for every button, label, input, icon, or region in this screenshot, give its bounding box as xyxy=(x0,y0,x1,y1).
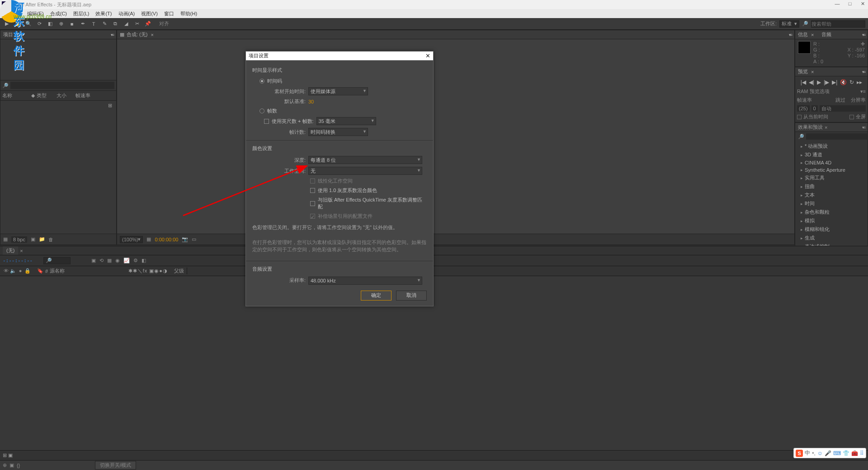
text-tool-icon[interactable]: T xyxy=(90,20,98,28)
prev-frame-icon[interactable]: ◀| xyxy=(809,79,814,85)
res-field[interactable]: 自动 xyxy=(820,105,866,112)
fx-category[interactable]: 时间 xyxy=(795,199,868,208)
workspace-dropdown[interactable]: 标准 ▾ xyxy=(779,20,799,28)
search-layer-input[interactable]: 🔎 xyxy=(43,257,71,264)
parent-col[interactable]: 父级 xyxy=(174,268,184,274)
eraser-tool-icon[interactable]: ◢ xyxy=(122,20,130,28)
pen-tool-icon[interactable]: ✒ xyxy=(79,20,87,28)
video-col-icon[interactable]: 👁 xyxy=(3,268,9,274)
cancel-button[interactable]: 取消 xyxy=(396,291,427,301)
audio-col-icon[interactable]: 🔈 xyxy=(10,268,16,274)
fx-category[interactable]: * 动画预设 xyxy=(795,142,868,150)
dialog-close-icon[interactable]: ✕ xyxy=(425,52,430,59)
feet-frames-dropdown[interactable]: 35 毫米▼ xyxy=(316,117,376,125)
toggle-switches-button[interactable]: 切换开关/模式 xyxy=(95,461,136,470)
menu-comp[interactable]: 合成(C) xyxy=(48,10,69,17)
fps-field[interactable]: (25) xyxy=(797,105,810,112)
close-icon[interactable]: × xyxy=(16,32,19,38)
zoom-tool-icon[interactable]: 🔍 xyxy=(24,20,33,28)
project-search-input[interactable] xyxy=(10,82,114,89)
feet-frames-checkbox[interactable] xyxy=(264,119,269,124)
info-tab[interactable]: 信息 xyxy=(798,31,808,38)
maximize-button[interactable]: □ xyxy=(845,1,854,7)
toolbox-icon[interactable]: 🧰 xyxy=(851,450,858,456)
snapshot-icon[interactable]: 📷 xyxy=(182,236,188,242)
graph-icon[interactable]: 📈 xyxy=(123,258,131,263)
frames-radio[interactable] xyxy=(259,108,264,113)
shy-icon[interactable]: ⟲ xyxy=(99,258,104,263)
motion-blur-icon[interactable]: ◉ xyxy=(114,258,121,263)
gamma-checkbox[interactable] xyxy=(310,188,315,193)
frame-count-dropdown[interactable]: 时间码转换▼ xyxy=(308,128,368,136)
fx-category[interactable]: 文本 xyxy=(795,191,868,199)
viewer-stage[interactable] xyxy=(117,39,794,234)
fx-category[interactable]: 实用工具 xyxy=(795,174,868,182)
region-icon[interactable]: ▭ xyxy=(192,236,196,242)
fx-category[interactable]: 3D 通道 xyxy=(795,150,868,159)
solo-col-icon[interactable]: ● xyxy=(17,268,24,274)
draft3d-icon[interactable]: ◧ xyxy=(141,258,147,263)
menu-file[interactable]: 文件(F) xyxy=(3,10,23,17)
status-icon3[interactable]: {} xyxy=(17,463,20,468)
from-current-checkbox[interactable] xyxy=(797,115,802,119)
status-icon2[interactable]: ▣ xyxy=(9,462,14,468)
fx-category[interactable]: 杂色和颗粒 xyxy=(795,208,868,216)
fx-tab[interactable]: 效果和预设 xyxy=(798,124,823,131)
ime-toolbar[interactable]: S 中 •, ☺ 🎤 ⌨ 👕 🧰 ⠿ xyxy=(793,448,866,458)
fx-category[interactable]: CINEMA 4D xyxy=(795,159,868,166)
skin-icon[interactable]: 👕 xyxy=(843,450,849,456)
last-frame-icon[interactable]: ▶| xyxy=(832,79,837,85)
clone-tool-icon[interactable]: ⧉ xyxy=(111,20,119,28)
ram-options-label[interactable]: RAM 预览选项 xyxy=(797,88,830,95)
fx-category[interactable]: 生成 xyxy=(795,234,868,242)
interpret-icon[interactable]: ⊞ xyxy=(108,103,113,108)
comp-tab[interactable]: 合成: (无) xyxy=(127,31,147,38)
panel-menu-icon[interactable]: ▾≡ xyxy=(111,33,113,37)
anchor-tool-icon[interactable]: ⊕ xyxy=(57,20,65,28)
col-type[interactable]: 类型 xyxy=(37,92,55,99)
delete-icon[interactable]: 🗑 xyxy=(48,236,54,243)
rotate-tool-icon[interactable]: ⟳ xyxy=(35,20,43,28)
ram-icon[interactable]: ▸▸ xyxy=(857,79,862,85)
roto-tool-icon[interactable]: ✂ xyxy=(133,20,141,28)
audio-tab[interactable]: 音频 xyxy=(821,31,831,38)
loop-icon[interactable]: ↻ xyxy=(849,79,854,85)
menu-view[interactable]: 视图(V) xyxy=(139,10,160,17)
emoji-icon[interactable]: ☺ xyxy=(817,450,823,456)
camera-tool-icon[interactable]: ◧ xyxy=(46,20,54,28)
help-search-input[interactable] xyxy=(811,20,865,28)
resolution-icon[interactable]: ▦ xyxy=(146,236,151,242)
fx-category[interactable]: Synthetic Aperture xyxy=(795,166,868,174)
mic-icon[interactable]: 🎤 xyxy=(825,450,831,456)
col-fps[interactable]: 帧速率 xyxy=(75,92,94,99)
selection-tool-icon[interactable]: ▶ xyxy=(3,20,11,28)
keyboard-icon[interactable]: ⌨ xyxy=(833,450,841,456)
timecode-radio[interactable] xyxy=(259,79,264,84)
next-frame-icon[interactable]: |▶ xyxy=(824,79,829,85)
sogou-icon[interactable]: S xyxy=(796,450,803,457)
close-icon[interactable]: × xyxy=(151,32,153,38)
skip-field[interactable]: 0 xyxy=(811,105,818,112)
col-name[interactable]: 名称 xyxy=(2,92,29,99)
fx-category[interactable]: 模糊和锐化 xyxy=(795,225,868,234)
timeline-tab[interactable]: (无) xyxy=(3,246,18,255)
frame-blend-icon[interactable]: ▦ xyxy=(106,258,113,263)
comp-mini-icon[interactable]: ▣ xyxy=(90,258,97,263)
col-label-icon[interactable]: ◆ xyxy=(31,93,35,99)
interpret-footage-icon[interactable]: ▦ xyxy=(2,236,9,243)
menu-effect[interactable]: 效果(T) xyxy=(94,10,113,17)
col-size[interactable]: 大小 xyxy=(57,92,74,99)
menu-edit[interactable]: 编辑(E) xyxy=(25,10,46,17)
status-icon[interactable]: ⊕ xyxy=(3,462,7,468)
fullscreen-checkbox[interactable] xyxy=(849,115,854,119)
current-time-field[interactable]: -:--:--:-- xyxy=(3,258,33,263)
project-item-list[interactable]: ⊞ xyxy=(0,101,116,234)
panel-menu-icon[interactable]: ▾≡ xyxy=(789,33,792,37)
zoom-dropdown[interactable]: (100%) ▾ xyxy=(120,236,143,243)
ime-lang[interactable]: 中 xyxy=(805,449,810,457)
hand-tool-icon[interactable]: ✋ xyxy=(14,20,22,28)
menu-help[interactable]: 帮助(H) xyxy=(179,10,199,17)
depth-dropdown[interactable]: 每通道 8 位▼ xyxy=(308,156,422,164)
timecode-display[interactable]: 0:00:00:00 xyxy=(155,237,178,242)
new-folder-icon[interactable]: 📁 xyxy=(39,236,45,243)
